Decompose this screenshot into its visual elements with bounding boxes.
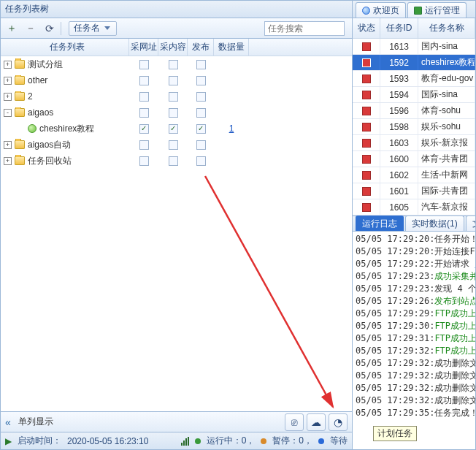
tree-item-label: 2 bbox=[28, 91, 33, 102]
remove-button[interactable]: － bbox=[23, 20, 39, 37]
tree-row[interactable]: +测试分组 bbox=[1, 56, 352, 72]
content-checkbox[interactable]: ✓ bbox=[169, 124, 178, 134]
collapse-icon[interactable]: « bbox=[5, 416, 11, 428]
content-checkbox[interactable] bbox=[169, 92, 178, 102]
net-checkbox[interactable] bbox=[139, 60, 149, 69]
net-checkbox[interactable] bbox=[139, 76, 149, 85]
expander-icon[interactable]: + bbox=[4, 77, 12, 85]
single-list-label[interactable]: 单列显示 bbox=[18, 416, 53, 428]
pub-checkbox[interactable] bbox=[196, 108, 206, 118]
expander-icon[interactable]: - bbox=[4, 109, 12, 117]
task-id: 1598 bbox=[380, 119, 418, 134]
pub-checkbox[interactable] bbox=[196, 156, 206, 166]
task-row[interactable]: 1613国内-sina bbox=[353, 39, 475, 55]
task-id: 1603 bbox=[380, 135, 418, 150]
log-line: 05/05 17:29:29:FTP成功上传文 bbox=[356, 308, 472, 320]
status-stop-icon bbox=[362, 75, 371, 83]
pub-checkbox[interactable]: ✓ bbox=[196, 124, 206, 134]
sitemap-button[interactable]: ⎚ bbox=[285, 413, 304, 431]
col-dataqty[interactable]: 数据量 bbox=[214, 39, 249, 56]
log-line: 05/05 17:29:32:成功删除文件: bbox=[356, 370, 472, 382]
tree-row[interactable]: cheshirex教程✓✓✓1 bbox=[1, 121, 352, 137]
tree-row[interactable]: -aigaos bbox=[1, 104, 352, 121]
task-name: 娱乐-新京报 bbox=[418, 135, 475, 150]
start-time-value: 2020-05-05 16:23:10 bbox=[67, 436, 148, 446]
task-row[interactable]: 1605汽车-新京报 bbox=[353, 199, 475, 216]
col-pub[interactable]: 发布 bbox=[188, 39, 214, 56]
waiting-dot bbox=[318, 438, 324, 444]
log-line: 05/05 17:29:22:开始请求 http bbox=[356, 258, 472, 270]
log-tab[interactable]: 实时数据(1) bbox=[405, 216, 464, 231]
status-stop-icon bbox=[362, 123, 371, 131]
task-row[interactable]: 1593教育-edu-gov bbox=[353, 71, 475, 87]
dataqty-value[interactable]: 1 bbox=[229, 123, 234, 134]
refresh-button[interactable]: ⟳ bbox=[42, 20, 58, 37]
pub-checkbox[interactable] bbox=[196, 76, 206, 85]
schedule-button[interactable]: ◔ bbox=[329, 413, 348, 431]
tab-运行管理[interactable]: 运行管理 bbox=[407, 2, 467, 18]
task-row[interactable]: 1598娱乐-sohu bbox=[353, 119, 475, 135]
tab-label: 欢迎页 bbox=[373, 4, 399, 17]
content-checkbox[interactable] bbox=[169, 140, 178, 150]
expander-icon[interactable]: + bbox=[4, 61, 12, 69]
expander-icon[interactable]: + bbox=[4, 141, 12, 149]
task-icon bbox=[28, 124, 37, 133]
log-line: 05/05 17:29:31:FTP成功上传文 bbox=[356, 332, 472, 345]
col-net[interactable]: 采网址 bbox=[129, 39, 158, 56]
content-checkbox[interactable] bbox=[169, 156, 178, 166]
task-name: cheshirex教程 bbox=[418, 55, 475, 70]
task-row[interactable]: 1594国际-sina bbox=[353, 87, 475, 103]
expander-icon[interactable]: + bbox=[4, 157, 12, 165]
net-checkbox[interactable] bbox=[139, 92, 149, 102]
net-checkbox[interactable]: ✓ bbox=[139, 124, 149, 134]
task-row[interactable]: 1603娱乐-新京报 bbox=[353, 135, 475, 151]
add-button[interactable]: ＋ bbox=[4, 20, 20, 37]
task-row[interactable]: 1596体育-sohu bbox=[353, 103, 475, 119]
log-tab[interactable]: 文 bbox=[466, 216, 476, 231]
task-name: 生活-中新网 bbox=[418, 167, 475, 183]
content-checkbox[interactable] bbox=[169, 76, 178, 85]
cloud-download-button[interactable]: ☁ bbox=[307, 413, 326, 431]
task-row[interactable]: 1601国际-共青团 bbox=[353, 183, 475, 199]
task-row[interactable]: 1602生活-中新网 bbox=[353, 167, 475, 183]
net-checkbox[interactable] bbox=[139, 156, 149, 166]
net-checkbox[interactable] bbox=[139, 140, 149, 150]
status-stop-icon bbox=[362, 171, 371, 180]
tab-欢迎页[interactable]: 欢迎页 bbox=[356, 2, 406, 18]
pub-checkbox[interactable] bbox=[196, 140, 206, 150]
pub-checkbox[interactable] bbox=[196, 92, 206, 102]
taskname-dropdown[interactable]: 任务名 bbox=[69, 21, 117, 36]
log-line: 05/05 17:29:32:成功删除文件: bbox=[356, 382, 472, 394]
pub-checkbox[interactable] bbox=[196, 60, 206, 69]
task-row[interactable]: 1592cheshirex教程 bbox=[353, 55, 475, 71]
folder-icon bbox=[15, 76, 25, 85]
net-checkbox[interactable] bbox=[139, 108, 149, 118]
log-line: 05/05 17:29:32:FTP成功上传文 bbox=[356, 345, 472, 357]
tree-toolbar: ＋ － ⟳ 任务名 bbox=[1, 18, 352, 39]
taskname-dropdown-label: 任务名 bbox=[74, 22, 100, 34]
col-taskname[interactable]: 任务名称 bbox=[418, 18, 475, 38]
col-status[interactable]: 状态 bbox=[353, 18, 380, 38]
tree-grid-header: 任务列表 采网址 采内容 发布 数据量 bbox=[1, 39, 352, 56]
tree-row[interactable]: +任务回收站 bbox=[1, 153, 352, 169]
task-search[interactable] bbox=[264, 21, 345, 36]
running-dot bbox=[195, 438, 201, 444]
col-taskid[interactable]: 任务ID bbox=[380, 18, 418, 38]
col-content[interactable]: 采内容 bbox=[158, 39, 188, 56]
tree-row[interactable]: +2 bbox=[1, 88, 352, 104]
task-id: 1605 bbox=[380, 199, 418, 215]
tree-row[interactable]: +other bbox=[1, 72, 352, 88]
log-line: 05/05 17:29:26:发布到站点[ce bbox=[356, 295, 472, 308]
task-row[interactable]: 1600体育-共青团 bbox=[353, 151, 475, 167]
col-tasklist[interactable]: 任务列表 bbox=[1, 39, 129, 56]
right-tabs: 欢迎页运行管理 bbox=[353, 1, 475, 18]
content-checkbox[interactable] bbox=[169, 108, 178, 118]
task-search-input[interactable] bbox=[264, 21, 345, 36]
expander-icon[interactable]: + bbox=[4, 93, 12, 101]
content-checkbox[interactable] bbox=[169, 60, 178, 69]
run-log: 05/05 17:29:20:任务开始！05/05 17:29:20:开始连接F… bbox=[353, 232, 475, 449]
log-tab[interactable]: 运行日志 bbox=[356, 216, 404, 231]
tree-row[interactable]: +aigaos自动 bbox=[1, 137, 352, 153]
task-name: 国际-sina bbox=[418, 87, 475, 102]
task-id: 1602 bbox=[380, 167, 418, 183]
